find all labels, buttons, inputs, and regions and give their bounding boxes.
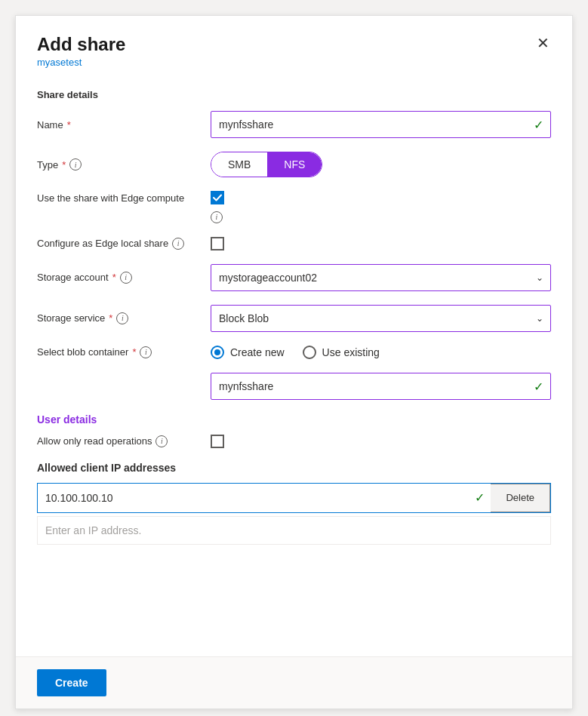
- edge-compute-control: [211, 191, 551, 204]
- configure-edge-checkbox[interactable]: [211, 237, 224, 250]
- user-details-section: User details Allow only read operations …: [37, 413, 551, 545]
- storage-service-required: *: [109, 312, 112, 324]
- dialog-body: Share details Name * ✓ Type * i: [16, 74, 572, 656]
- blob-container-input-wrapper: ✓: [211, 373, 551, 400]
- name-label: Name *: [37, 119, 211, 131]
- storage-service-row: Storage service * i Block Blob ⌄: [37, 305, 551, 332]
- storage-account-label: Storage account * i: [37, 272, 211, 284]
- blob-container-control: Create new Use existing: [211, 346, 551, 359]
- allow-readonly-row: Allow only read operations i: [37, 435, 551, 448]
- blob-container-radio-group: Create new Use existing: [211, 346, 551, 359]
- edge-compute-row: Use the share with Edge compute: [37, 191, 551, 204]
- allow-readonly-info-icon[interactable]: i: [155, 435, 168, 447]
- name-control-area: ✓: [211, 111, 551, 138]
- storage-account-required: *: [112, 272, 116, 283]
- configure-edge-row: Configure as Edge local share i: [37, 237, 551, 250]
- type-label: Type * i: [37, 158, 211, 171]
- create-new-radio-option[interactable]: Create new: [211, 346, 285, 359]
- storage-service-select[interactable]: Block Blob: [211, 305, 551, 332]
- ip-check-icon: ✓: [469, 490, 491, 505]
- blob-container-required: *: [132, 346, 136, 358]
- storage-account-info-icon[interactable]: i: [120, 272, 132, 284]
- dialog-title: Add share: [37, 34, 551, 55]
- allow-readonly-control: [211, 435, 551, 448]
- blob-container-input[interactable]: [211, 373, 551, 400]
- type-nfs-option[interactable]: NFS: [267, 152, 322, 177]
- name-check-icon: ✓: [534, 118, 543, 132]
- name-input-wrapper: ✓: [211, 111, 551, 138]
- create-new-radio-circle: [211, 346, 224, 359]
- type-control-area: SMB NFS: [211, 152, 551, 177]
- ip-entry-row: ✓ Delete: [37, 483, 551, 513]
- storage-service-select-wrapper: Block Blob ⌄: [211, 305, 551, 332]
- use-existing-radio-circle: [303, 346, 316, 359]
- type-smb-option[interactable]: SMB: [211, 152, 267, 177]
- allow-readonly-label: Allow only read operations i: [37, 435, 211, 447]
- storage-account-select-wrapper: mystorageaccount02 ⌄: [211, 264, 551, 291]
- storage-account-control: mystorageaccount02 ⌄: [211, 264, 551, 291]
- ip-address-input[interactable]: [38, 484, 469, 512]
- blob-container-info-icon[interactable]: i: [140, 346, 152, 358]
- storage-account-select[interactable]: mystorageaccount02: [211, 264, 551, 291]
- dialog-header: Add share myasetest ✕: [16, 16, 572, 74]
- configure-edge-control: [211, 237, 551, 250]
- ip-placeholder-input[interactable]: [37, 516, 551, 545]
- name-input[interactable]: [211, 111, 551, 138]
- type-toggle-group: SMB NFS: [211, 152, 322, 177]
- user-details-section-label: User details: [37, 413, 551, 426]
- blob-container-row: Select blob container * i Create new Use…: [37, 346, 551, 359]
- storage-service-control: Block Blob ⌄: [211, 305, 551, 332]
- ip-placeholder-row: [37, 516, 551, 545]
- storage-account-row: Storage account * i mystorageaccount02 ⌄: [37, 264, 551, 291]
- use-existing-radio-option[interactable]: Use existing: [303, 346, 380, 359]
- type-row: Type * i SMB NFS: [37, 152, 551, 177]
- blob-container-check-icon: ✓: [534, 379, 543, 393]
- name-row: Name * ✓: [37, 111, 551, 138]
- configure-edge-info-icon[interactable]: i: [172, 238, 184, 250]
- blob-container-value-row: ✓: [37, 373, 551, 400]
- dialog-subtitle: myasetest: [37, 57, 551, 68]
- edge-compute-sub-info-icon[interactable]: i: [211, 211, 223, 223]
- allowed-ip-section: Allowed client IP addresses ✓ Delete: [37, 462, 551, 545]
- edge-compute-label: Use the share with Edge compute: [37, 192, 211, 204]
- blob-container-label: Select blob container * i: [37, 346, 211, 358]
- allow-readonly-checkbox[interactable]: [211, 435, 224, 448]
- close-button[interactable]: ✕: [532, 34, 554, 52]
- add-share-dialog: Add share myasetest ✕ Share details Name…: [15, 15, 573, 709]
- allowed-ip-title: Allowed client IP addresses: [37, 462, 551, 474]
- create-button[interactable]: Create: [37, 669, 106, 696]
- configure-edge-label: Configure as Edge local share i: [37, 238, 211, 250]
- edge-compute-info-row: i: [37, 209, 551, 223]
- delete-ip-button[interactable]: Delete: [491, 484, 550, 512]
- type-required: *: [62, 159, 66, 171]
- storage-service-info-icon[interactable]: i: [116, 312, 128, 324]
- dialog-footer: Create: [16, 656, 572, 708]
- name-required: *: [67, 119, 71, 131]
- type-info-icon[interactable]: i: [69, 158, 82, 171]
- storage-service-label: Storage service * i: [37, 312, 211, 324]
- edge-compute-checkbox[interactable]: [211, 191, 224, 204]
- share-details-section-label: Share details: [37, 89, 551, 100]
